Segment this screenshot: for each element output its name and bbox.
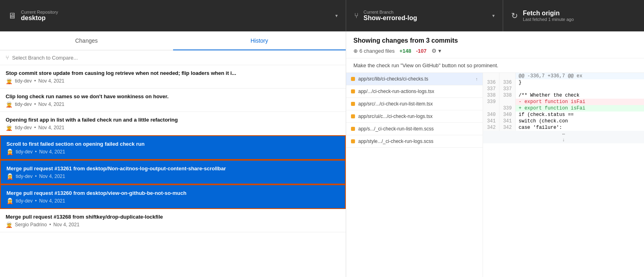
avatar: 🧝 xyxy=(6,173,13,180)
right-panel: Showing changes from 3 commits ⊕ 6 chang… xyxy=(346,31,644,277)
line-content: if (check.status == xyxy=(515,112,644,118)
fetch-refresh-icon: ↻ xyxy=(511,11,518,21)
line-new-num: 340 xyxy=(499,112,515,118)
diff-line: @@ -336,7 +336,7 @@ ex xyxy=(483,73,644,79)
branch-icon: ⑂ xyxy=(354,12,359,20)
file-item[interactable]: app/.../ci-check-run-actions-logs.tsx xyxy=(346,85,483,98)
commit-item[interactable]: Merge pull request #13268 from shiftkey/… xyxy=(0,209,346,232)
branch-section[interactable]: ⑂ Current Branch Show-errored-log ▾ xyxy=(346,0,503,31)
line-content: } xyxy=(515,79,644,86)
deletions-count: -107 xyxy=(416,48,427,54)
commit-meta: 🧝 tidy-dev • Nov 4, 2021 xyxy=(6,149,339,155)
commit-author: Sergio Padrino xyxy=(15,222,47,227)
file-up-arrow-icon: ↑ xyxy=(476,76,478,81)
commit-separator: • xyxy=(35,174,37,179)
tab-changes[interactable]: Changes xyxy=(0,31,173,50)
commit-meta: 🧝 tidy-dev • Nov 4, 2021 xyxy=(6,78,340,84)
line-old-num: 337 xyxy=(483,86,499,92)
fetch-sublabel: Last fetched 1 minute ago xyxy=(523,17,636,22)
commit-item[interactable]: Stop commit store update from causing lo… xyxy=(0,65,346,89)
file-name: app/src/.../ci-check-run-list-item.tsx xyxy=(358,101,433,107)
commit-item[interactable]: Merge pull request #13261 from desktop/N… xyxy=(0,160,346,184)
right-header-meta: ⊕ 6 changed files +148 -107 ⚙ ▾ xyxy=(353,48,637,54)
commit-author: tidy-dev xyxy=(15,101,32,107)
diff-line: 338 338 /** Whether the check xyxy=(483,92,644,99)
file-modified-dot xyxy=(351,114,355,118)
line-content: - export function isFai xyxy=(515,99,644,105)
file-name: app/s.../_ci-check-run-list-item.scss xyxy=(358,126,433,132)
commit-date: Nov 4, 2021 xyxy=(38,101,64,107)
commit-meta: 🧝 tidy-dev • Nov 4, 2021 xyxy=(6,173,339,180)
commit-item[interactable]: Scroll to first failed section on openin… xyxy=(0,135,346,160)
file-item[interactable]: app/s.../_ci-check-run-list-item.scss xyxy=(346,123,483,135)
commit-author: tidy-dev xyxy=(15,125,32,130)
fetch-section[interactable]: ↻ Fetch origin Last fetched 1 minute ago xyxy=(503,0,644,31)
diff-line: 336 336 } xyxy=(483,79,644,86)
branch-compare-bar[interactable]: ⑂ xyxy=(0,50,346,65)
diff-settings-icon[interactable]: ⚙ ▾ xyxy=(431,48,441,54)
diff-line: 337 337 xyxy=(483,86,644,92)
branch-chevron-icon: ▾ xyxy=(492,13,495,19)
left-panel: Changes History ⑂ Stop commit store upda… xyxy=(0,31,346,277)
line-old-num: 342 xyxy=(483,124,499,131)
branch-value: Show-errored-log xyxy=(363,14,487,22)
diff-line: 340 340 if (check.status == xyxy=(483,112,644,118)
commit-author: tidy-dev xyxy=(15,78,32,84)
line-old-num: 340 xyxy=(483,112,499,118)
diff-view: @@ -336,7 +336,7 @@ ex 336 336 } 337 337… xyxy=(483,73,644,277)
file-item[interactable]: app/src/lib/ci-checks/ci-checks.ts ↑ xyxy=(346,73,483,85)
file-item[interactable]: app/src/ui/c.../ci-check-run-logs.tsx xyxy=(346,110,483,123)
fetch-text-group: Fetch origin Last fetched 1 minute ago xyxy=(523,10,636,22)
file-modified-dot xyxy=(351,102,355,106)
file-item[interactable]: app/src/.../ci-check-run-list-item.tsx xyxy=(346,98,483,110)
file-modified-dot xyxy=(351,139,355,143)
commit-title: Scroll to first failed section on openin… xyxy=(6,141,339,147)
commit-date: Nov 4, 2021 xyxy=(54,222,80,227)
commit-meta: 🧝 tidy-dev • Nov 4, 2021 xyxy=(6,101,340,107)
line-content: case 'failure': xyxy=(515,124,644,131)
diff-expand-icon[interactable]: ⋯↓ xyxy=(483,131,644,143)
line-content: /** Whether the check xyxy=(515,92,644,99)
line-old-num: 338 xyxy=(483,92,499,99)
branch-text-group: Current Branch Show-errored-log xyxy=(363,10,487,22)
avatar: 🧝 xyxy=(6,124,12,131)
hunk-old-num xyxy=(483,73,499,79)
line-old-num: 339 xyxy=(483,99,499,105)
commit-list: Stop commit store update from causing lo… xyxy=(0,65,346,277)
commit-title: Clip long check run names so we don't ha… xyxy=(6,93,340,99)
file-item[interactable]: app/style.../_ci-check-run-logs.scss xyxy=(346,135,483,148)
file-name: app/src/lib/ci-checks/ci-checks.ts xyxy=(358,76,428,82)
commit-author: tidy-dev xyxy=(16,174,33,179)
commit-separator: • xyxy=(34,78,36,84)
commit-item[interactable]: Merge pull request #13260 from desktop/v… xyxy=(0,184,346,209)
file-list: app/src/lib/ci-checks/ci-checks.ts ↑ app… xyxy=(346,73,483,277)
line-old-num: 341 xyxy=(483,118,499,124)
top-bar: 🖥 Current Repository desktop ▾ ⑂ Current… xyxy=(0,0,644,31)
tab-history[interactable]: History xyxy=(173,31,346,50)
line-new-num xyxy=(499,99,515,105)
line-new-num: 342 xyxy=(499,124,515,131)
changed-files-count: 6 changed files xyxy=(359,48,394,54)
commit-date: Nov 4, 2021 xyxy=(39,198,65,204)
diff-area: app/src/lib/ci-checks/ci-checks.ts ↑ app… xyxy=(346,73,644,277)
hunk-new-num xyxy=(499,73,515,79)
line-new-num: 336 xyxy=(499,79,515,86)
commit-item[interactable]: Clip long check run names so we don't ha… xyxy=(0,89,346,112)
branch-compare-input[interactable] xyxy=(12,55,340,61)
line-content: switch (check.con xyxy=(515,118,644,124)
commit-meta: 🧝 tidy-dev • Nov 4, 2021 xyxy=(6,124,340,131)
commit-author: tidy-dev xyxy=(16,198,33,204)
file-modified-dot xyxy=(351,127,355,131)
commit-title: Stop commit store update from causing lo… xyxy=(6,70,340,76)
commit-date: Nov 4, 2021 xyxy=(39,174,65,179)
avatar: 🧝 xyxy=(6,101,12,107)
line-old-num xyxy=(483,105,499,112)
avatar: 🧝 xyxy=(6,149,13,155)
repo-section[interactable]: 🖥 Current Repository desktop ▾ xyxy=(0,0,346,31)
line-new-num: 337 xyxy=(499,86,515,92)
file-modified-dot xyxy=(351,89,355,93)
diff-line: 339 - export function isFai xyxy=(483,99,644,105)
commit-title: Opening first app in list with a failed … xyxy=(6,117,340,123)
commit-item[interactable]: Opening first app in list with a failed … xyxy=(0,112,346,135)
diff-line: 339 + export function isFai xyxy=(483,105,644,112)
